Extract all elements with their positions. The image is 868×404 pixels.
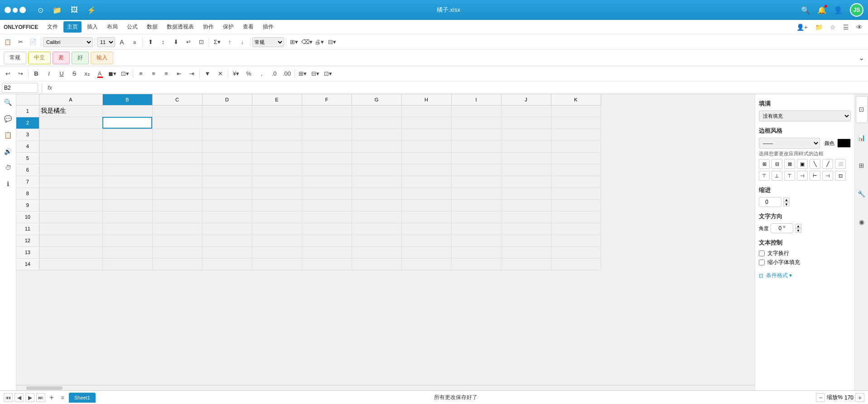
border-diag2-btn[interactable]: ╱: [822, 159, 833, 169]
cell-H10[interactable]: [401, 211, 451, 223]
wrap-text-btn[interactable]: ↵: [183, 36, 194, 48]
sort-desc-btn[interactable]: ↓: [236, 36, 248, 48]
cell-J13[interactable]: [501, 246, 551, 258]
horizontal-scrollbar[interactable]: [16, 385, 755, 390]
dec-inc-btn[interactable]: .00: [281, 68, 293, 80]
cell-F5[interactable]: [302, 152, 352, 164]
cell-H6[interactable]: [401, 164, 451, 176]
cell-C8[interactable]: [152, 188, 202, 199]
cell-A13[interactable]: [39, 246, 102, 258]
cell-D9[interactable]: [202, 199, 252, 211]
cell-F4[interactable]: [302, 140, 352, 152]
cell-K5[interactable]: [551, 152, 601, 164]
menu-view[interactable]: 查看: [239, 21, 257, 33]
cell-J1[interactable]: [501, 105, 551, 117]
row-number-13[interactable]: 13: [16, 246, 39, 258]
menu-insert[interactable]: 插入: [83, 21, 101, 33]
cell-A10[interactable]: [39, 211, 102, 223]
redo-btn[interactable]: ↪: [14, 68, 26, 80]
cell-H3[interactable]: [401, 129, 451, 140]
user-plus-icon[interactable]: 👤+: [795, 23, 810, 32]
border-diag1-btn[interactable]: ╲: [810, 159, 820, 169]
cell-C5[interactable]: [152, 152, 202, 164]
cell-A6[interactable]: [39, 164, 102, 176]
cell-E1[interactable]: [252, 105, 302, 117]
zoom-out-btn[interactable]: −: [816, 393, 825, 402]
formula-input[interactable]: [56, 83, 866, 93]
shrink-checkbox[interactable]: [759, 260, 765, 265]
wrap-checkbox[interactable]: [759, 250, 765, 256]
cell-J5[interactable]: [501, 152, 551, 164]
image-icon[interactable]: 🖼: [71, 6, 78, 14]
sheet-last-btn[interactable]: ⏭: [36, 393, 45, 402]
cell-I5[interactable]: [451, 152, 501, 164]
col-header-E[interactable]: E: [252, 94, 302, 105]
sheet-first-btn[interactable]: ⏮: [4, 393, 13, 402]
sheet-list-btn[interactable]: ≡: [58, 393, 67, 402]
border-left-btn[interactable]: ⊣: [797, 171, 808, 181]
underline-btn[interactable]: U: [56, 68, 68, 80]
zoom-in-btn[interactable]: +: [855, 393, 864, 402]
cell-E3[interactable]: [252, 129, 302, 140]
border-right-btn[interactable]: ⊣: [822, 171, 833, 181]
cell-I3[interactable]: [451, 129, 501, 140]
increase-font-btn[interactable]: A: [116, 36, 128, 48]
menu-collab[interactable]: 协作: [199, 21, 217, 33]
cell-E7[interactable]: [252, 176, 302, 188]
row-number-12[interactable]: 12: [16, 235, 39, 246]
cell-style-btn[interactable]: ⊡▾: [322, 68, 334, 80]
far-tab-5[interactable]: ◉: [856, 208, 868, 236]
cell-C9[interactable]: [152, 199, 202, 211]
cell-format-btn[interactable]: ⊟▾: [326, 36, 338, 48]
cell-A2[interactable]: [39, 117, 102, 129]
print-btn[interactable]: 🖨▾: [313, 36, 325, 48]
cell-H7[interactable]: [401, 176, 451, 188]
cell-K1[interactable]: [551, 105, 601, 117]
cell-D8[interactable]: [202, 188, 252, 199]
menu-layout[interactable]: 布局: [103, 21, 121, 33]
percent-btn[interactable]: %: [243, 68, 255, 80]
cell-D4[interactable]: [202, 140, 252, 152]
cell-I2[interactable]: [451, 117, 501, 129]
save-icon[interactable]: 📁: [813, 23, 825, 32]
cell-G4[interactable]: [352, 140, 401, 152]
cell-A14[interactable]: [39, 258, 102, 270]
cell-A11[interactable]: [39, 223, 102, 235]
border-thick-btn[interactable]: ▣: [797, 159, 808, 169]
sidebar-format-icon[interactable]: 📋: [2, 129, 14, 141]
align-mid-btn[interactable]: ↕: [157, 36, 169, 48]
col-header-B[interactable]: B: [102, 94, 152, 105]
notification-icon[interactable]: 🔔: [817, 6, 826, 14]
cell-I11[interactable]: [451, 223, 501, 235]
cell-D5[interactable]: [202, 152, 252, 164]
cell-B1[interactable]: [102, 105, 152, 117]
cell-J4[interactable]: [501, 140, 551, 152]
sheet-prev-btn[interactable]: ◀: [14, 393, 24, 402]
cell-I10[interactable]: [451, 211, 501, 223]
col-header-J[interactable]: J: [501, 94, 551, 105]
row-number-2[interactable]: 2: [16, 117, 39, 129]
cell-J10[interactable]: [501, 211, 551, 223]
cell-I9[interactable]: [451, 199, 501, 211]
sheet-scroll[interactable]: A B C D E F G H I J K 1我是橘生2345678910111…: [16, 94, 755, 385]
cell-D6[interactable]: [202, 164, 252, 176]
cell-A8[interactable]: [39, 188, 102, 199]
cell-G11[interactable]: [352, 223, 401, 235]
cell-J3[interactable]: [501, 129, 551, 140]
cell-A9[interactable]: [39, 199, 102, 211]
cell-K10[interactable]: [551, 211, 601, 223]
cell-A3[interactable]: [39, 129, 102, 140]
row-number-4[interactable]: 4: [16, 140, 39, 152]
cell-G13[interactable]: [352, 246, 401, 258]
cell-F14[interactable]: [302, 258, 352, 270]
cell-B2[interactable]: [102, 117, 152, 129]
cell-F11[interactable]: [302, 223, 352, 235]
menu-pivot[interactable]: 数据透视表: [163, 21, 198, 33]
cell-D2[interactable]: [202, 117, 252, 129]
sidebar-info-icon[interactable]: ℹ: [2, 178, 14, 190]
row-number-5[interactable]: 5: [16, 152, 39, 164]
cell-D11[interactable]: [202, 223, 252, 235]
cell-I6[interactable]: [451, 164, 501, 176]
cell-E10[interactable]: [252, 211, 302, 223]
avatar[interactable]: JS: [850, 3, 863, 17]
